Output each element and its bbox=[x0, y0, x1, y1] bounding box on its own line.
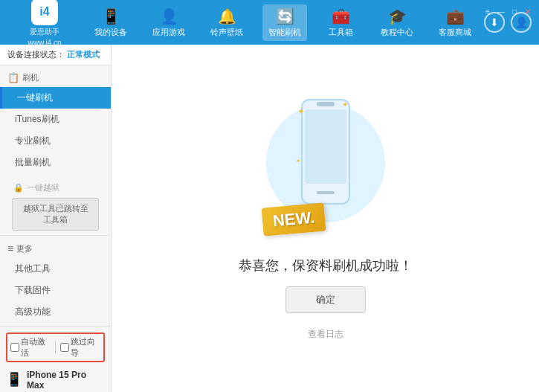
ringtone-icon: 🔔 bbox=[218, 7, 236, 25]
svg-rect-3 bbox=[317, 102, 335, 106]
jailbreak-label: 一键越狱 bbox=[27, 182, 59, 193]
nav-smart-flash-label: 智能刷机 bbox=[268, 27, 301, 38]
logo-text: i4 bbox=[39, 5, 49, 19]
nav-apps-label: 应用游戏 bbox=[152, 27, 185, 38]
success-title: 恭喜您，保资料刷机成功啦！ bbox=[239, 257, 413, 274]
sidebar-item-itunes-flash[interactable]: iTunes刷机 bbox=[0, 109, 111, 130]
phone-svg: ✦ ✦ ✦ bbox=[296, 96, 355, 208]
tutorial-icon: 🎓 bbox=[388, 7, 407, 25]
sidebar-item-batch-flash[interactable]: 批量刷机 bbox=[0, 152, 111, 173]
status-bar: 设备连接状态： 正常模式 bbox=[0, 45, 111, 65]
logo: i4 爱思助手 www.i4.cn bbox=[7, 0, 82, 47]
nav-tutorial[interactable]: 🎓 教程中心 bbox=[375, 4, 419, 41]
more-header: ≡ 更多 bbox=[0, 239, 111, 258]
nav-my-device[interactable]: 📱 我的设备 bbox=[88, 4, 133, 41]
main-layout: 设备连接状态： 正常模式 📋 刷机 一键刷机 iTunes刷机 专业刷机 批量刷… bbox=[0, 45, 539, 392]
guide-activate-checkbox[interactable] bbox=[60, 343, 69, 352]
more-label: 更多 bbox=[16, 243, 33, 254]
nav-service[interactable]: 💼 客服商城 bbox=[433, 4, 477, 41]
auto-activate-label: 自动激活 bbox=[21, 336, 51, 359]
sidebar-item-download-firmware[interactable]: 下载固件 bbox=[0, 280, 111, 301]
device-item: 📱 iPhone 15 Pro Max 512GB iPhone bbox=[6, 367, 105, 392]
status-label: 设备连接状态： bbox=[7, 50, 65, 59]
maximize-button[interactable]: □ bbox=[509, 6, 520, 16]
flash-section-icon: 📋 bbox=[7, 72, 19, 83]
nav-ringtone[interactable]: 🔔 铃声壁纸 bbox=[204, 4, 249, 41]
new-ribbon: NEW. bbox=[261, 202, 326, 236]
sidebar-item-one-click-flash[interactable]: 一键刷机 bbox=[0, 87, 111, 109]
auto-activate-checkbox[interactable] bbox=[10, 343, 19, 352]
device-name: iPhone 15 Pro Max bbox=[27, 370, 105, 391]
nav-my-device-label: 我的设备 bbox=[94, 27, 127, 38]
svg-text:✦: ✦ bbox=[296, 158, 301, 164]
wifi-icon: ≡ bbox=[482, 6, 493, 16]
nav-toolbox-label: 工具箱 bbox=[329, 27, 353, 38]
nav-smart-flash[interactable]: 🔄 智能刷机 bbox=[262, 4, 307, 41]
nav-apps-games[interactable]: 👤 应用游戏 bbox=[146, 4, 191, 41]
smart-flash-icon: 🔄 bbox=[276, 7, 294, 25]
auto-options: 自动激活 跳过向导 bbox=[6, 332, 105, 362]
jailbreak-message: 越狱工具已跳转至 工具箱 bbox=[12, 198, 99, 231]
logo-brand: 爱思助手 bbox=[30, 27, 59, 37]
svg-rect-2 bbox=[317, 191, 335, 194]
sidebar-item-other-tools[interactable]: 其他工具 bbox=[0, 258, 111, 280]
header: i4 爱思助手 www.i4.cn 📱 我的设备 👤 应用游戏 🔔 铃声壁纸 🔄… bbox=[0, 0, 539, 45]
apps-icon: 👤 bbox=[160, 7, 178, 25]
sidebar-item-pro-flash[interactable]: 专业刷机 bbox=[0, 130, 111, 152]
device-phone-icon: 📱 bbox=[6, 371, 22, 388]
flash-section-header: 📋 刷机 bbox=[0, 68, 111, 87]
success-illustration: ✦ ✦ ✦ NEW. 恭喜您，保资料刷机成功啦！ 确定 查看日志 bbox=[239, 96, 413, 341]
sidebar: 设备连接状态： 正常模式 📋 刷机 一键刷机 iTunes刷机 专业刷机 批量刷… bbox=[0, 45, 112, 392]
nav-tutorial-label: 教程中心 bbox=[381, 27, 413, 38]
phone-illustration: ✦ ✦ ✦ NEW. bbox=[266, 96, 385, 245]
more-icon: ≡ bbox=[7, 242, 13, 254]
svg-text:✦: ✦ bbox=[297, 106, 305, 117]
minimize-button[interactable]: — bbox=[496, 6, 506, 16]
flash-section-label: 刷机 bbox=[22, 72, 39, 83]
device-info: iPhone 15 Pro Max 512GB iPhone bbox=[27, 370, 105, 392]
guide-activate-option[interactable]: 跳过向导 bbox=[60, 336, 100, 359]
content-area: ✦ ✦ ✦ NEW. 恭喜您，保资料刷机成功啦！ 确定 查看日志 bbox=[112, 45, 539, 392]
new-text: NEW. bbox=[271, 208, 314, 231]
log-link[interactable]: 查看日志 bbox=[308, 328, 343, 341]
more-section: ≡ 更多 其他工具 下载固件 高级功能 bbox=[0, 235, 111, 326]
nav-service-label: 客服商城 bbox=[439, 27, 471, 38]
options-divider bbox=[55, 341, 56, 353]
flash-section: 📋 刷机 一键刷机 iTunes刷机 专业刷机 批量刷机 bbox=[0, 65, 111, 176]
status-value: 正常模式 bbox=[67, 50, 100, 59]
jailbreak-header: 🔒 一键越狱 bbox=[6, 179, 105, 196]
toolbox-icon: 🧰 bbox=[332, 7, 350, 25]
svg-rect-1 bbox=[305, 109, 346, 184]
confirm-button[interactable]: 确定 bbox=[285, 286, 366, 313]
sidebar-item-advanced[interactable]: 高级功能 bbox=[0, 301, 111, 323]
jailbreak-message-text: 越狱工具已跳转至 工具箱 bbox=[23, 204, 88, 224]
auto-activate-option[interactable]: 自动激活 bbox=[10, 336, 51, 359]
close-button[interactable]: ✕ bbox=[523, 6, 533, 16]
guide-activate-label: 跳过向导 bbox=[71, 336, 100, 359]
jailbreak-section: 🔒 一键越狱 越狱工具已跳转至 工具箱 bbox=[0, 176, 111, 235]
lock-icon: 🔒 bbox=[13, 183, 24, 193]
logo-icon: i4 bbox=[31, 0, 58, 25]
nav-bar: 📱 我的设备 👤 应用游戏 🔔 铃声壁纸 🔄 智能刷机 🧰 工具箱 🎓 教程中心… bbox=[82, 4, 484, 41]
device-icon: 📱 bbox=[102, 7, 120, 25]
service-icon: 💼 bbox=[446, 7, 465, 25]
nav-ringtone-label: 铃声壁纸 bbox=[210, 27, 243, 38]
nav-toolbox[interactable]: 🧰 工具箱 bbox=[320, 4, 361, 41]
svg-text:✦: ✦ bbox=[342, 100, 348, 109]
sidebar-bottom: 自动激活 跳过向导 📱 iPhone 15 Pro Max 512GB iPho… bbox=[0, 326, 111, 392]
